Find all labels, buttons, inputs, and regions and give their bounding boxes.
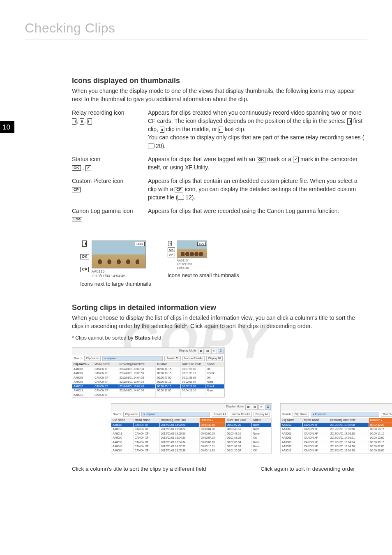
table-row[interactable]: AA0040CANON XF2012/01/01 14:02:2100:00:1…: [111, 444, 272, 449]
page-ref-icon: [178, 195, 184, 200]
search-field-select[interactable]: Clip Name: [123, 412, 140, 417]
cp-icon: CP: [72, 187, 81, 192]
relay-first-icon: [72, 118, 76, 125]
section-intro: When you change the display mode to one …: [72, 87, 367, 104]
display-mode-label: Display Mode: [226, 405, 244, 409]
narrow-results-button[interactable]: Narrow Results: [182, 356, 205, 361]
ok-icon-inline: OK: [257, 157, 266, 162]
check-icon-inline: [293, 157, 299, 162]
sorting-footnote: * Clips cannot be sorted by Status field…: [72, 335, 367, 341]
table-header-row[interactable]: Clip Name Media Name Recording Date/Time…: [111, 418, 272, 423]
section-heading-icons: Icons displayed on thumbnails: [72, 76, 367, 85]
display-all-button[interactable]: Display All: [206, 356, 223, 361]
section-heading-sorting: Sorting clips in detailed information vi…: [72, 303, 367, 312]
relay-last-icon-inline: [219, 127, 223, 133]
narrow-results-button[interactable]: Narrow Results: [230, 412, 252, 417]
caption-sort-column: Click a column's title to sort the clips…: [72, 466, 206, 472]
log-icon: LOG: [72, 217, 82, 222]
search-all-button[interactable]: Search All: [381, 412, 392, 417]
large-thumb-caption: Icons next to large thumbnails: [80, 281, 151, 287]
table-row[interactable]: AA0011CANON XF2012/01/01 13:00:3800:00:0…: [281, 449, 392, 453]
table-row[interactable]: AA0011CANON XF2012/01/01 14:00:0000:00:1…: [72, 388, 224, 393]
table-row[interactable]: AA0008CANON XF2012/01/01 14:02:2100:00:1…: [281, 436, 392, 440]
table-row[interactable]: AA0011CANON XF2012/01/01 13:00:5000:00:0…: [111, 432, 272, 436]
small-thumbnail: LOG: [177, 240, 207, 258]
table-row[interactable]: AA0010CANON XF2012/01/01 13:00:2400:00:0…: [111, 427, 272, 431]
table-row[interactable]: AA0008CANON XF2012/01/01 14:04:0800:00:4…: [72, 376, 224, 380]
icon-description-table: Relay recording icon , , Appears for cli…: [72, 109, 367, 229]
search-all-button[interactable]: Search All: [212, 412, 228, 417]
log-icon: LOG: [197, 242, 206, 246]
view-small-thumb-button[interactable]: ▤: [252, 405, 258, 409]
table-row[interactable]: AA0009CANON XF2012/01/01 13:04:3400:00:3…: [72, 380, 224, 384]
status-icon-description: Appears for clips that were tagged with …: [148, 155, 367, 177]
table-row[interactable]: AA0007CANON XF2012/01/01 13:03:5000:00:1…: [72, 371, 224, 375]
large-thumbnail: LOG: [92, 240, 146, 268]
relay-first-icon: [82, 240, 87, 247]
clip-name: AA0115 2010/11/03 14:54:46: [92, 269, 146, 278]
search-field-select[interactable]: Clip Name: [293, 412, 309, 417]
view-detail-button[interactable]: ≣: [218, 349, 224, 354]
clip-list-sorted-by-duration-asc: Display Mode ▦ ▤ ≡ ≣ Search Clip Name ▾ …: [111, 403, 272, 453]
view-detail-button[interactable]: ≣: [265, 405, 271, 409]
cp-icon-description: Appears for clips that contain an embedd…: [148, 177, 367, 207]
sort-asc-icon: ▴: [212, 419, 213, 421]
table-row[interactable]: AA0010CANON XF2012/01/01 13:04:4500:00:3…: [72, 384, 224, 388]
table-row[interactable]: AA0080CANON XF2012/01/01 14:02:2000:01:4…: [111, 423, 272, 427]
small-thumb-caption: Icons next to small thumbnails: [168, 272, 239, 278]
table-row[interactable]: AA0006CANON XF2012/01/01 13:03:3800:00:1…: [111, 449, 272, 453]
relay-mid-icon-inline: [160, 127, 164, 133]
table-row[interactable]: AA0006CANON XF2012/01/01 13:03:3800:00:1…: [281, 432, 392, 436]
log-icon-description: Appears for clips that were recorded usi…: [148, 207, 367, 229]
display-all-button[interactable]: Display All: [254, 412, 270, 417]
page-number: 10: [0, 121, 14, 133]
check-icon: [85, 165, 91, 171]
ok-icon: OK: [80, 254, 89, 259]
table-row[interactable]: AA0030CANON XF2012/01/01 13:04:3400:00:0…: [111, 440, 272, 444]
ok-icon: OK: [168, 247, 175, 252]
search-label: Search: [113, 413, 122, 416]
relay-first-icon: [168, 241, 172, 246]
log-icon: LOG: [135, 242, 144, 246]
ok-icon: OK: [72, 165, 81, 171]
table-header-row[interactable]: Clip Name ▴ Media Name Recording Date/Ti…: [72, 362, 224, 367]
relay-icon-label: Relay recording icon , ,: [72, 109, 148, 155]
log-icon-label: Canon Log gamma icon LOG: [72, 207, 148, 229]
status-icon-label: Status icon OK ,: [72, 155, 148, 177]
cp-icon-inline: CP: [175, 187, 183, 192]
view-large-thumb-button[interactable]: ▦: [198, 349, 204, 354]
keyword-input[interactable]: ▾ Keyword: [102, 356, 163, 361]
relay-last-icon: [88, 118, 92, 125]
section-sorting-intro: When you choose to display the list of c…: [72, 314, 367, 331]
view-small-thumb-button[interactable]: ▤: [205, 349, 210, 354]
display-mode-label: Display Mode: [179, 349, 196, 354]
table-row[interactable]: AA0006CANON XF2012/01/01 13:03:3800:00:1…: [72, 367, 224, 371]
table-row[interactable]: AA0009CANON XF2012/01/01 13:04:3400:00:0…: [281, 440, 392, 444]
relay-icon-description: Appears for clips created when you conti…: [148, 109, 367, 155]
keyword-input[interactable]: ▾ Keyword: [311, 412, 379, 417]
table-row[interactable]: AA0012CANON XF: [72, 393, 224, 397]
cp-icon: CP: [80, 267, 89, 272]
relay-first-icon-inline: [347, 118, 352, 125]
table-row[interactable]: AA0012CANON XF2012/01/01 13:02:3000:02:0…: [281, 423, 392, 427]
view-list-button[interactable]: ≡: [258, 405, 264, 409]
small-clip-name: AA0115 2010/11/03 14:54:46: [177, 259, 207, 270]
search-all-button[interactable]: Search All: [164, 356, 180, 361]
relay-mid-icon: [80, 118, 84, 125]
sort-asc-icon: ▴: [88, 363, 89, 365]
sort-desc-icon: ▾: [381, 419, 382, 421]
keyword-input[interactable]: ▾ Keyword: [141, 412, 210, 417]
table-row[interactable]: AA0090CANON XF2012/01/01 13:04:2000:00:0…: [111, 436, 272, 440]
table-row[interactable]: AA0030CANON XF2012/01/01 13:04:2000:00:0…: [281, 444, 392, 449]
view-list-button[interactable]: ≡: [211, 349, 217, 354]
caption-sort-descending: Click again to sort in descending order: [261, 466, 355, 472]
view-large-thumb-button[interactable]: ▦: [245, 405, 251, 409]
thumbnail-examples: OK CP LOG AA0115 2010/11/03 14:54:46: [80, 240, 367, 287]
clip-list-sorted-by-duration-desc: Display Mode ▦ ▤ ≡ ≣ Search Clip Name ▾ …: [280, 403, 392, 453]
search-field-select[interactable]: Clip Name: [84, 356, 101, 361]
table-header-row[interactable]: Clip Name Media Name Recording Date/Time…: [281, 418, 392, 423]
search-label: Search: [282, 413, 291, 416]
table-row[interactable]: AA0007CANON XF2012/01/01 13:03:5000:00:1…: [281, 427, 392, 431]
clip-list-sorted-by-name: Display Mode ▦ ▤ ≡ ≣ Search Clip Name ▾ …: [72, 347, 225, 398]
search-label: Search: [74, 357, 83, 360]
